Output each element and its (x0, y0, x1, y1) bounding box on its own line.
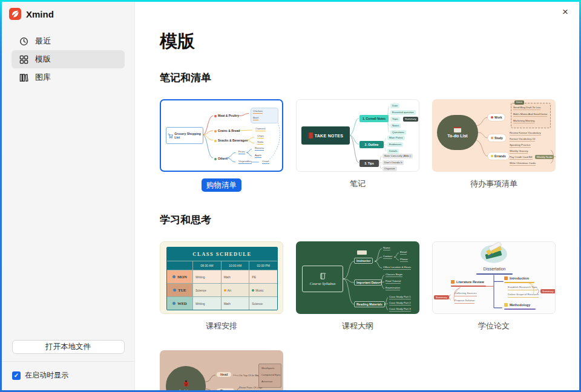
show-on-startup-checkbox[interactable]: ✓ (12, 371, 21, 380)
mindmap-root-label: Grocery Shopping List (174, 132, 202, 139)
mindmap-node: Case Study Part 1 (389, 295, 411, 299)
template-label: 笔记 (350, 178, 366, 189)
mindmap-node: Soda (257, 140, 263, 145)
template-label-selected: 购物清单 (202, 178, 241, 192)
mindmap-summary: Summary (403, 117, 418, 122)
mindmap-branch: Important Dates (354, 279, 382, 286)
mindmap-node: Apple (255, 154, 261, 158)
mindmap-root: TAKE NOTES (301, 126, 350, 145)
mindmap-tag: Done (514, 100, 524, 105)
schedule-day: TUE (167, 284, 192, 296)
sidebar-item-label: 最近 (35, 36, 51, 47)
schedule-cell: Writing (193, 270, 221, 283)
template-class-schedule: CLASS SCHEDULE 08:30 AM 10:00 AM 02:00 P… (160, 241, 283, 332)
book-icon (319, 272, 327, 280)
mindmap-node: Establish Research Topic (508, 286, 537, 290)
xmind-logo-icon (9, 8, 21, 20)
mindmap-root: Ladybug (166, 366, 206, 390)
schedule-cell: Math (222, 297, 249, 310)
mindmap-number-icon (451, 280, 455, 284)
mindmap-root-label: Course Syllabus (310, 281, 335, 286)
app-header: Xmind (2, 2, 134, 21)
template-label: 学位论文 (478, 321, 510, 332)
template-card-class-schedule[interactable]: CLASS SCHEDULE 08:30 AM 10:00 AM 02:00 P… (160, 241, 283, 314)
open-local-file-button[interactable]: 打开本地文件 (12, 340, 125, 354)
mindmap-node: Case Study Part 3 (389, 307, 411, 312)
mindmap-branch: Meat & Poultry (214, 114, 239, 117)
mindmap-node: Onion (262, 160, 269, 164)
mindmap-node: Marketing Meeting (513, 119, 534, 123)
sidebar-bottom: 打开本地文件 ✓ 在启动时显示 (2, 340, 134, 390)
mindmap-node: Main Points (387, 136, 405, 140)
mindmap-node: Essential question (390, 110, 416, 115)
sidebar-nav: 最近 模版 图库 (2, 32, 134, 87)
template-card-course-syllabus[interactable]: Course Syllabus Instructor Name Contact … (296, 241, 419, 314)
cards-row-2: CLASS SCHEDULE 08:30 AM 10:00 AM 02:00 P… (160, 241, 579, 332)
mindmap-node: Vegetables (238, 160, 252, 164)
mindmap-node: Date (390, 103, 399, 108)
mindmap-node: Chicken (253, 109, 263, 114)
template-ladybug: Ladybug Head On Top Of Its Pronotum Mout… (160, 350, 283, 390)
mindmap-node: Phone (400, 258, 408, 262)
schedule-cell: Writing (193, 297, 221, 310)
mindmap-branch: Others (214, 157, 228, 160)
mindmap-branch-bar (451, 286, 486, 287)
mindmap-node: Weekly Grocery (510, 149, 528, 154)
mindmap-branch: Snacks & Beverages (214, 139, 248, 142)
mindmap-node: Three Pairs Of Legs (239, 386, 262, 390)
sidebar-item-templates[interactable]: 模版 (11, 50, 125, 68)
mindmap-summary: Summary (540, 289, 556, 293)
template-card-todo-list[interactable]: To-do List Work Study Errands Done Send … (432, 99, 556, 172)
mindmap-branch: 2. Outline (359, 141, 384, 148)
mindmap-branch: Literature Review (456, 280, 484, 284)
schedule-title: CLASS SCHEDULE (167, 247, 277, 261)
mindmap-tag: Weekly To-do (535, 155, 554, 159)
mindmap-node: Fruits (238, 150, 245, 154)
startup-row: ✓ 在启动时显示 (2, 362, 134, 390)
mindmap-node: Note Concisely (Abbr.) (382, 154, 413, 158)
sidebar: Xmind 最近 模版 图库 打开本地文件 (2, 2, 135, 390)
mindmap-number-icon (504, 276, 508, 280)
mindmap-branch: Methodology (510, 303, 530, 307)
template-label: 待办事项清单 (470, 178, 517, 189)
mindmap-node: Review Korean Vocabulary (510, 131, 541, 136)
clock-icon (19, 37, 28, 46)
mindmap-node: Don't Overdo It (382, 160, 404, 165)
mindmap-node: Email (400, 250, 407, 255)
mindmap-root: Grocery Shopping List (166, 127, 203, 144)
cards-row-1: Grocery Shopping List Meat & Poultry Gra… (160, 99, 579, 192)
mindmap-root-bar (476, 273, 513, 275)
schedule-table: CLASS SCHEDULE 08:30 AM 10:00 AM 02:00 P… (166, 247, 278, 310)
cards-row-3: Ladybug Head On Top Of Its Pronotum Mout… (160, 350, 579, 390)
mindmap-node: Office Location & Hours (383, 266, 411, 270)
mindmap-node: Speaking Practice (510, 143, 531, 148)
schedule-cell: Science (249, 297, 277, 310)
notebook-icon (308, 132, 313, 139)
show-on-startup-label: 在启动时显示 (25, 370, 68, 381)
mindmap-node: Topic (390, 117, 400, 122)
template-todo-list: To-do List Work Study Errands Done Send … (432, 99, 556, 192)
template-card-notes[interactable]: TAKE NOTES 1. Cornell Notes Date Essenti… (296, 99, 419, 172)
mindmap-number-icon (504, 303, 508, 307)
mindmap-node: Beef (253, 116, 258, 120)
mindmap-node: Notes (390, 123, 401, 128)
template-card-shopping-list[interactable]: Grocery Shopping List Meat & Poultry Gra… (160, 99, 283, 172)
mindmap-node: Details (387, 149, 399, 154)
template-card-ladybug[interactable]: Ladybug Head On Top Of Its Pronotum Mout… (160, 350, 283, 390)
template-card-dissertation[interactable]: Dissertation Literature Review Collectin… (432, 241, 556, 314)
sidebar-item-label: 模版 (35, 54, 51, 65)
dissertation-illustration (481, 242, 507, 263)
mindmap-node: Bob's Memo And Send Demo (513, 113, 547, 117)
mindmap-branch: 3. Tips (359, 160, 379, 167)
mindmap-node: Collecting Sources (455, 292, 477, 296)
template-label: 课程大纲 (342, 321, 373, 332)
mindmap-branch: 1. Cornell Notes (359, 115, 389, 122)
mindmap-root-label: Dissertation (475, 267, 514, 271)
sidebar-item-recent[interactable]: 最近 (11, 32, 125, 50)
mindmap-root: To-do List (437, 115, 478, 150)
mindmap-root-label: To-do List (447, 134, 467, 138)
page-title: 模版 (160, 30, 579, 54)
mindmap-node: Antennae (261, 380, 272, 384)
sidebar-item-gallery[interactable]: 图库 (11, 68, 125, 87)
close-icon[interactable]: × (562, 7, 568, 17)
